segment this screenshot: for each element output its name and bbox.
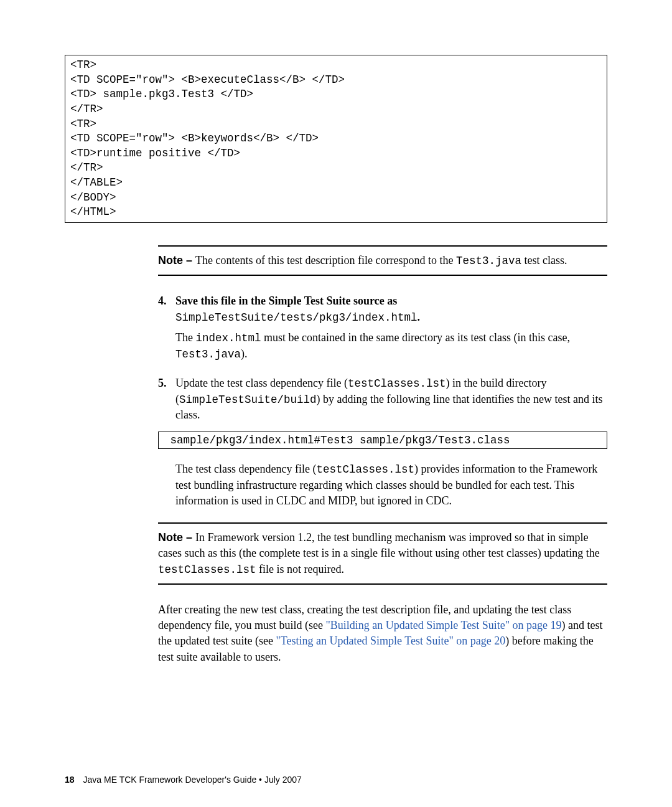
t: The <box>175 331 195 344</box>
note-label: Note – <box>158 531 195 544</box>
note-1: Note – The contents of this test descrip… <box>158 245 607 276</box>
m: testClasses.lst <box>158 564 256 576</box>
step4-head: Save this file in the Simple Test Suite … <box>175 295 397 307</box>
final-para: After creating the new test class, creat… <box>158 602 607 665</box>
link-building[interactable]: "Building an Updated Simple Test Suite" … <box>325 619 561 631</box>
step5-para: The test class dependency file (testClas… <box>175 461 607 509</box>
t: ). <box>241 347 248 360</box>
m: SimpleTestSuite/build <box>179 394 317 406</box>
footer: 18Java ME TCK Framework Developer's Guid… <box>65 775 302 785</box>
note-label: Note – <box>158 254 195 267</box>
step4-tail: . <box>418 311 421 323</box>
step-5: 5. Update the test class dependency file… <box>158 375 607 423</box>
step-body: Update the test class dependency file (t… <box>175 375 607 423</box>
t: must be contained in the same directory … <box>261 331 570 344</box>
inline-code: sample/pkg3/index.html#Test3 sample/pkg3… <box>158 432 607 449</box>
note-text-b: test class. <box>521 254 567 267</box>
m: index.html <box>195 332 261 344</box>
t: Update the test class dependency file ( <box>175 377 348 389</box>
note-text-a: The contents of this test description fi… <box>195 254 456 267</box>
link-testing[interactable]: "Testing an Updated Simple Test Suite" o… <box>276 635 505 647</box>
t: The test class dependency file ( <box>175 463 316 475</box>
step4-path: SimpleTestSuite/tests/pkg3/index.html <box>175 311 418 324</box>
step-num: 4. <box>158 293 175 325</box>
note-mono: Test3.java <box>456 255 521 267</box>
step-body: Save this file in the Simple Test Suite … <box>175 293 607 325</box>
page-number: 18 <box>65 775 75 785</box>
t: file is not required. <box>256 563 344 575</box>
footer-text: Java ME TCK Framework Developer's Guide … <box>83 775 302 785</box>
m: testClasses.lst <box>348 377 446 390</box>
m: Test3.java <box>175 348 241 361</box>
t: In Framework version 1.2, the test bundl… <box>158 531 600 559</box>
note-2: Note – In Framework version 1.2, the tes… <box>158 522 607 585</box>
step-num: 5. <box>158 375 175 423</box>
step-4: 4. Save this file in the Simple Test Sui… <box>158 293 607 325</box>
step4-para: The index.html must be contained in the … <box>175 330 607 362</box>
code-block: <TR> <TD SCOPE="row"> <B>executeClass</B… <box>65 55 607 223</box>
m: testClasses.lst <box>316 463 414 476</box>
